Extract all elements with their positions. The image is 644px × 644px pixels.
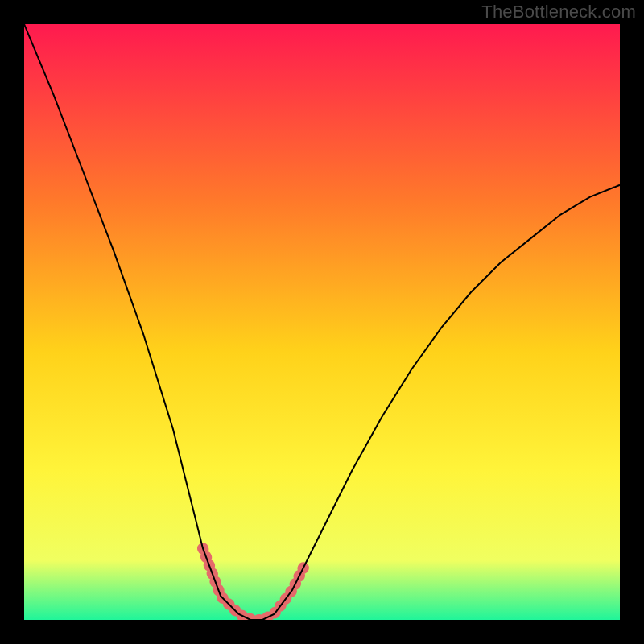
- watermark-text: TheBottleneck.com: [481, 2, 636, 23]
- bottleneck-plot: [24, 24, 620, 620]
- chart-frame: TheBottleneck.com: [0, 0, 644, 644]
- plot-svg: [24, 24, 620, 620]
